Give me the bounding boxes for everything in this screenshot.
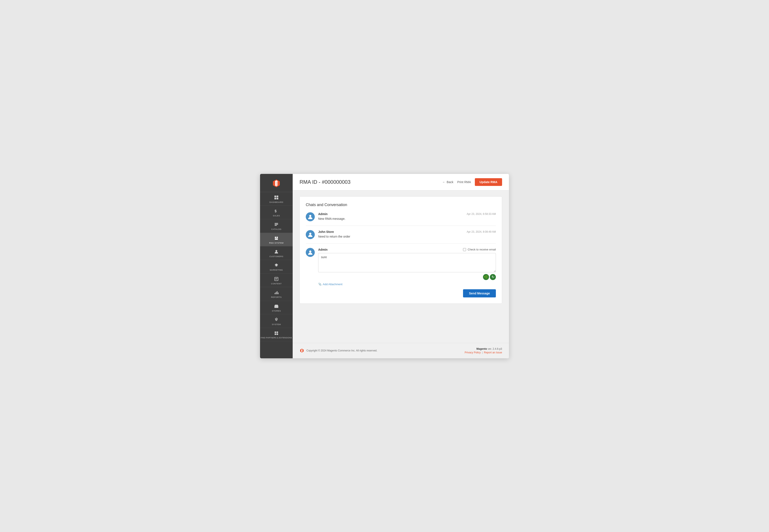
sidebar-item-rma-system[interactable]: RMA SYSTEM (260, 233, 293, 246)
sidebar-navigation: DASHBOARD $ SALES CATALOG RMA SYSTEM (260, 192, 293, 358)
compose-header: Admin Check to receive email (318, 248, 496, 251)
user-icon (307, 232, 313, 237)
header-actions: ← Back Print RMA Update RMA (443, 178, 502, 186)
user-icon (307, 214, 313, 220)
catalog-icon (274, 222, 279, 227)
back-arrow-icon: ← (443, 180, 446, 184)
svg-rect-24 (275, 333, 276, 335)
footer-magento-label: Magento (477, 347, 487, 350)
message-sender: John Store (318, 230, 334, 234)
svg-rect-11 (275, 225, 277, 226)
footer-links: Privacy Policy | Report an Issue (465, 351, 502, 354)
sidebar-item-system-label: SYSTEM (272, 323, 281, 326)
sidebar-item-content-label: CONTENT (271, 282, 281, 285)
footer-version: ver. 2.4.6-p3 (488, 347, 502, 350)
svg-rect-25 (276, 333, 278, 335)
stores-icon (274, 304, 279, 309)
back-button[interactable]: ← Back (443, 180, 454, 184)
message-time: Apr 23, 2024, 6:58:33 AM (467, 212, 496, 216)
sidebar-item-find-partners-label: FIND PARTNERS & EXTENSIONS (261, 337, 292, 339)
message-time: Apr 23, 2024, 8:08:49 AM (467, 230, 496, 233)
footer-version-line: Magento ver. 2.4.6-p3 (465, 347, 502, 350)
avatar (306, 212, 315, 221)
send-message-button[interactable]: Send Message (463, 289, 496, 297)
marketing-icon (274, 263, 279, 268)
compose-area: Admin Check to receive email 🌿 (306, 248, 496, 297)
print-rma-button[interactable]: Print RMA (457, 180, 471, 184)
footer-separator: | (482, 351, 483, 354)
sidebar-item-reports[interactable]: REPORTS (260, 287, 293, 301)
message-text: Need to return the order (318, 235, 496, 238)
footer: Copyright © 2024 Magento Commerce Inc. A… (293, 343, 509, 358)
message-text: New RMA message. (318, 217, 496, 220)
dashboard-icon (274, 195, 279, 200)
reports-icon (274, 290, 279, 295)
svg-point-12 (275, 250, 277, 252)
add-attachment-link[interactable]: 📎 Add Attachment (318, 283, 496, 286)
svg-rect-6 (274, 198, 276, 199)
privacy-policy-link[interactable]: Privacy Policy (465, 351, 481, 354)
footer-right: Magento ver. 2.4.6-p3 Privacy Policy | R… (465, 347, 502, 354)
message-item: Admin Apr 23, 2024, 6:58:33 AM New RMA m… (306, 212, 496, 226)
sidebar-item-customers-label: CUSTOMERS (269, 255, 283, 258)
rma-icon (274, 236, 279, 241)
message-body: Admin Apr 23, 2024, 6:58:33 AM New RMA m… (318, 212, 496, 220)
report-issue-link[interactable]: Report an Issue (484, 351, 502, 354)
sidebar-item-stores-label: STORES (272, 310, 281, 312)
app-window: DASHBOARD $ SALES CATALOG RMA SYSTEM (260, 174, 509, 358)
sidebar-item-marketing-label: MARKETING (270, 269, 283, 271)
compose-sender: Admin (318, 248, 327, 251)
main-content: RMA ID - #000000003 ← Back Print RMA Upd… (293, 174, 509, 358)
compose-toolbar: 🌿 ↻ (318, 274, 496, 280)
svg-rect-16 (275, 293, 275, 294)
update-rma-button[interactable]: Update RMA (475, 178, 502, 186)
refresh-button[interactable]: ↻ (490, 274, 496, 280)
sidebar-item-dashboard[interactable]: DASHBOARD (260, 192, 293, 206)
svg-rect-17 (276, 292, 276, 294)
compose-section: Admin Check to receive email 🌿 (318, 248, 496, 297)
compose-avatar (306, 248, 315, 257)
message-body: John Store Apr 23, 2024, 8:08:49 AM Need… (318, 230, 496, 238)
insert-icon-button[interactable]: 🌿 (483, 274, 489, 280)
system-icon (274, 317, 279, 322)
footer-copyright: Copyright © 2024 Magento Commerce Inc. A… (306, 349, 377, 352)
chat-section-title: Chats and Conversation (306, 203, 496, 207)
extensions-icon (274, 331, 279, 336)
avatar (306, 230, 315, 239)
email-check-label[interactable]: Check to receive email (463, 248, 496, 251)
attachment-icon: 📎 (318, 283, 321, 286)
message-header: Admin Apr 23, 2024, 6:58:33 AM (318, 212, 496, 216)
compose-box-wrapper: 🌿 ↻ (318, 253, 496, 280)
message-textarea[interactable] (318, 253, 496, 272)
sidebar-item-catalog[interactable]: CATALOG (260, 219, 293, 233)
sidebar-item-rma-label: RMA SYSTEM (269, 242, 283, 244)
sidebar-item-sales[interactable]: $ SALES (260, 206, 293, 219)
svg-rect-19 (278, 292, 278, 294)
sidebar-item-reports-label: REPORTS (271, 296, 281, 298)
magento-footer-logo-icon (299, 348, 304, 353)
sidebar-item-stores[interactable]: STORES (260, 301, 293, 314)
svg-rect-7 (276, 198, 278, 199)
chat-panel: Chats and Conversation Admin Apr 23, 202… (299, 196, 502, 304)
sidebar-item-find-partners[interactable]: FIND PARTNERS & EXTENSIONS (260, 328, 293, 341)
svg-rect-21 (276, 307, 277, 308)
sidebar-item-content[interactable]: CONTENT (260, 274, 293, 287)
message-item: John Store Apr 23, 2024, 8:08:49 AM Need… (306, 230, 496, 244)
sidebar-item-system[interactable]: SYSTEM (260, 314, 293, 328)
svg-marker-31 (302, 349, 302, 352)
message-header: John Store Apr 23, 2024, 8:08:49 AM (318, 230, 496, 234)
svg-rect-18 (277, 291, 277, 294)
send-row: Send Message (318, 289, 496, 297)
svg-rect-15 (275, 279, 277, 279)
customers-icon (274, 249, 279, 254)
sidebar-item-marketing[interactable]: MARKETING (260, 260, 293, 273)
svg-rect-4 (274, 196, 276, 197)
svg-rect-14 (275, 278, 277, 279)
sales-icon: $ (274, 208, 279, 214)
sidebar-item-customers[interactable]: CUSTOMERS (260, 246, 293, 260)
magento-logo-icon (272, 179, 281, 188)
email-check-checkbox[interactable] (463, 248, 466, 251)
page-title: RMA ID - #000000003 (299, 179, 350, 185)
svg-rect-9 (275, 223, 278, 224)
refresh-icon: ↻ (492, 275, 494, 279)
